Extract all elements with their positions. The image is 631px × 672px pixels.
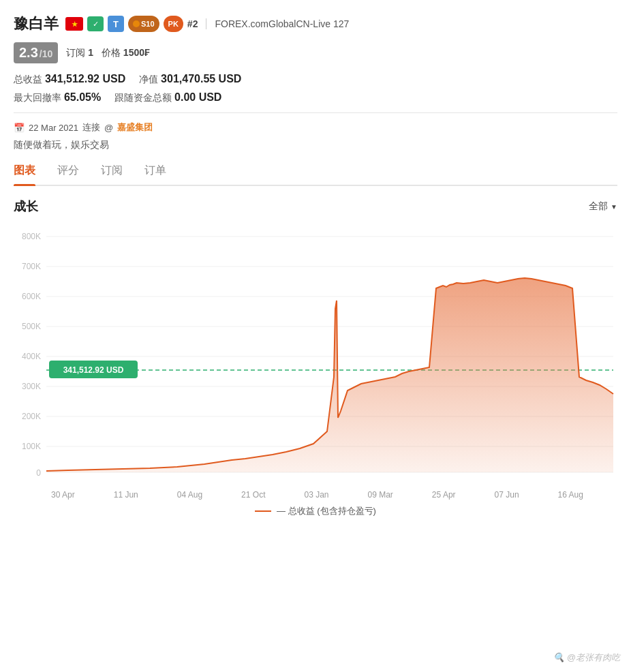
broker-name: FOREX.comGlobalCN-Live 127 <box>215 18 349 29</box>
stat-total-profit: 总收益 341,512.92 USD <box>14 73 125 86</box>
calendar-icon: 📅 <box>14 123 25 133</box>
stat-label-follow: 跟随资金总额 <box>114 92 172 103</box>
subscription-val: 1 <box>88 47 93 58</box>
stat-val-follow: 0.00 USD <box>174 91 221 103</box>
svg-text:600K: 600K <box>22 292 41 301</box>
svg-text:300K: 300K <box>22 382 41 391</box>
svg-text:200K: 200K <box>22 412 41 421</box>
badge-flag: ★ <box>65 17 83 31</box>
meta-at: @ <box>104 123 113 133</box>
page-title: 豫白羊 <box>14 14 59 34</box>
rating-badge: 2.3 /10 <box>14 42 58 63</box>
stat-val-drawdown: 65.05% <box>64 91 101 103</box>
tab-orders[interactable]: 订单 <box>144 164 166 185</box>
rating-value: 2.3 <box>19 45 38 61</box>
x-label-0: 30 Apr <box>51 490 75 500</box>
tab-chart[interactable]: 图表 <box>14 164 35 185</box>
subscription-label: 订阅 <box>66 47 85 58</box>
price-val: 1500₣ <box>123 47 150 58</box>
section-header: 成长 全部 ▼ <box>14 186 617 222</box>
shield-icon: ✓ <box>93 20 99 29</box>
stat-net-value: 净值 301,470.55 USD <box>139 73 241 86</box>
divider-vertical <box>206 18 206 29</box>
stat-label-net: 净值 <box>139 74 161 85</box>
x-label-6: 25 Apr <box>432 490 456 500</box>
stat-follow-amount: 跟随资金总额 0.00 USD <box>114 91 221 104</box>
svg-text:700K: 700K <box>22 262 41 271</box>
divider-h-1 <box>14 112 617 113</box>
meta-group-link[interactable]: 嘉盛集团 <box>117 121 153 134</box>
flag-stars: ★ <box>72 20 78 28</box>
badge-num: #2 <box>187 18 198 29</box>
svg-text:100K: 100K <box>22 442 41 451</box>
pk-label: PK <box>168 20 179 28</box>
x-label-4: 03 Jan <box>304 490 328 500</box>
stat-label-drawdown: 最大回撤率 <box>14 92 64 103</box>
badge-shield: ✓ <box>87 16 104 31</box>
s10-dot <box>133 20 140 27</box>
growth-chart: 800K 700K 600K 500K 400K 300K 200K 100K … <box>14 227 617 486</box>
legend-label: — 总收益 (包含持仓盈亏) <box>277 505 376 517</box>
svg-text:0: 0 <box>36 468 41 478</box>
price-symbol: ₣ <box>144 47 150 58</box>
tabs-row: 图表 评分 订阅 订单 <box>14 164 617 186</box>
stats-row-2: 最大回撤率 65.05% 跟随资金总额 0.00 USD <box>14 91 617 104</box>
tab-rating[interactable]: 评分 <box>57 164 79 185</box>
badge-t: T <box>108 16 124 32</box>
svg-text:400K: 400K <box>22 352 41 361</box>
stats-row-1: 总收益 341,512.92 USD 净值 301,470.55 USD <box>14 73 617 86</box>
svg-text:500K: 500K <box>22 322 41 331</box>
meta-row: 📅 22 Mar 2021 连接 @ 嘉盛集团 <box>14 121 617 134</box>
price-label: 价格 <box>102 47 121 58</box>
x-label-3: 21 Oct <box>241 490 265 500</box>
dropdown-all[interactable]: 全部 ▼ <box>589 200 617 213</box>
page-container: 豫白羊 ★ ✓ T S10 PK #2 <box>0 0 631 517</box>
stat-val-net: 301,470.55 USD <box>161 73 241 85</box>
x-label-5: 09 Mar <box>368 490 393 500</box>
x-label-7: 07 Jun <box>495 490 519 500</box>
description: 随便做着玩，娱乐交易 <box>14 139 617 151</box>
chart-legend: — 总收益 (包含持仓盈亏) <box>14 505 617 517</box>
badges: ★ ✓ T S10 PK #2 FOREX.comGlobalCN-Live 1… <box>65 16 349 32</box>
badge-s10: S10 <box>128 16 159 32</box>
chevron-down-icon: ▼ <box>611 203 617 211</box>
s10-label: S10 <box>141 20 155 28</box>
meta-connected: 连接 <box>82 121 100 134</box>
tab-subscription[interactable]: 订阅 <box>101 164 123 185</box>
x-label-1: 11 Jun <box>114 490 138 500</box>
chart-container: 800K 700K 600K 500K 400K 300K 200K 100K … <box>14 227 617 486</box>
svg-text:800K: 800K <box>22 232 41 241</box>
badge-pk: PK <box>164 16 183 32</box>
svg-text:341,512.92 USD: 341,512.92 USD <box>63 365 124 375</box>
section-title: 成长 <box>14 198 38 215</box>
stat-label-profit: 总收益 <box>14 74 45 85</box>
stat-max-drawdown: 最大回撤率 65.05% <box>14 91 101 104</box>
dropdown-label: 全部 <box>589 200 608 213</box>
chart-x-labels: 30 Apr 11 Jun 04 Aug 21 Oct 03 Jan 09 Ma… <box>14 486 617 500</box>
t-label: T <box>113 19 119 29</box>
x-label-2: 04 Aug <box>177 490 202 500</box>
stat-val-profit: 341,512.92 USD <box>45 73 125 85</box>
price-info: 价格 1500₣ <box>102 47 150 59</box>
meta-date: 22 Mar 2021 <box>29 123 78 133</box>
rating-row: 2.3 /10 订阅 1 价格 1500₣ <box>14 42 617 63</box>
subscription-info: 订阅 1 <box>66 47 93 59</box>
watermark: 🔍 @老张有肉吃 <box>553 652 620 664</box>
x-label-8: 16 Aug <box>558 490 583 500</box>
title-row: 豫白羊 ★ ✓ T S10 PK #2 <box>14 14 617 34</box>
legend-line-icon <box>255 510 271 512</box>
rating-total: /10 <box>40 48 52 59</box>
